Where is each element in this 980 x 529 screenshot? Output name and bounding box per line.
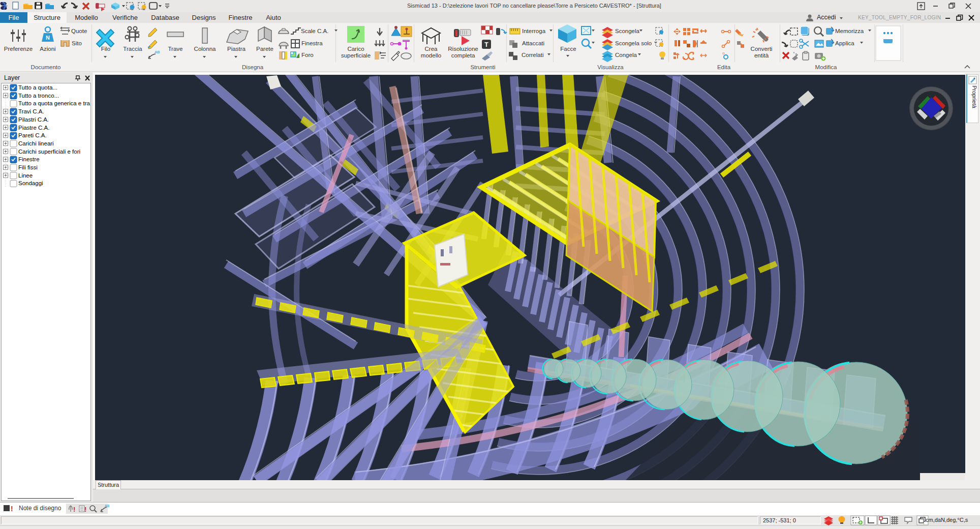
svg-text:AB: AB [155,50,160,54]
svg-text:T: T [484,41,488,48]
svg-text:Tutto a quota generica e tra p: Tutto a quota generica e tra p [18,100,91,106]
svg-text:Carichi superficiali e fori: Carichi superficiali e fori [18,149,80,155]
svg-text:Finestre: Finestre [18,156,40,162]
svg-text:!: ! [84,506,86,513]
svg-text:Sondaggi: Sondaggi [18,180,43,186]
svg-text:Travi C.A.: Travi C.A. [18,108,44,114]
svg-text:Tutto a tronco...: Tutto a tronco... [18,93,59,99]
svg-text:Fili fissi: Fili fissi [18,164,38,170]
svg-text:N: N [46,35,50,41]
svg-text:Tutto a quota...: Tutto a quota... [18,84,57,91]
svg-text:o: o [722,51,725,55]
svg-text:!: ! [11,505,13,513]
svg-text:Piastre C.A.: Piastre C.A. [18,125,49,131]
svg-text:Pareti C.A.: Pareti C.A. [18,132,47,138]
svg-text:Carichi lineari: Carichi lineari [18,140,54,146]
svg-text:Pilastri C.A.: Pilastri C.A. [18,116,49,123]
svg-text:!: ! [73,506,75,513]
svg-text:Linee: Linee [18,172,33,179]
svg-text:AB: AB [105,504,110,508]
